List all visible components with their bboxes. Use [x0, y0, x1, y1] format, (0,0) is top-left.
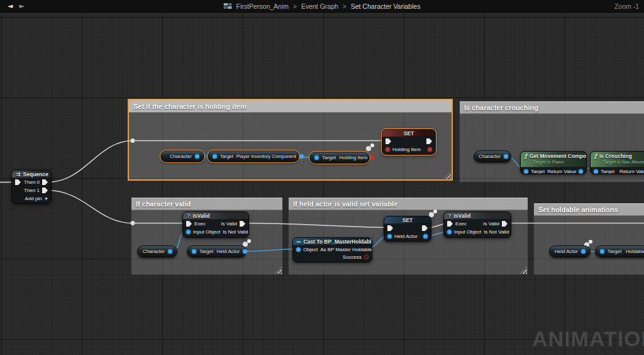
is-valid-out-pin[interactable]	[240, 221, 245, 227]
node-isvalid-2[interactable]: ? IsValid Exec Is Valid Input Object Is …	[443, 211, 511, 238]
pin-label: Target	[608, 249, 621, 254]
add-pin-button[interactable]: +	[45, 196, 48, 202]
character-out-pin[interactable]	[168, 249, 172, 254]
breadcrumb-asset[interactable]: FirstPerson_Anim	[236, 3, 289, 10]
input-object-pin[interactable]	[186, 230, 191, 234]
node-title: Cast To BP_MasterHoldable	[303, 239, 372, 245]
exec-in-pin[interactable]	[387, 225, 393, 231]
sequence-icon: ⇉	[16, 171, 21, 178]
node-get-character[interactable]: Character	[474, 150, 511, 162]
pin-label: Return Value	[547, 169, 576, 174]
node-get-holding-item[interactable]: Target Holding Item	[309, 152, 370, 164]
node-title: Get Movement Component	[530, 153, 587, 159]
pin-label: Is Not Valid	[484, 229, 509, 235]
comment-title-bar[interactable]: If held actor is valid set variable	[289, 198, 528, 210]
target-in-pin[interactable]	[594, 169, 598, 174]
pin-label: Exec	[455, 221, 467, 227]
var-label: Character	[170, 154, 192, 159]
holding-item-in-pin[interactable]	[386, 147, 390, 152]
node-get-held-actor[interactable]: Held Actor	[549, 245, 591, 257]
forward-arrow-icon[interactable]: ►	[19, 0, 24, 13]
comment-resize-handle[interactable]	[444, 172, 451, 179]
var-label: Player Inventory Component	[236, 154, 296, 159]
object-in-pin[interactable]	[296, 247, 301, 252]
pin-label: Then 1	[24, 188, 40, 193]
function-icon: ƒ	[594, 153, 597, 159]
node-title: SET	[404, 130, 414, 137]
node-title: Is Crouching	[599, 153, 632, 159]
node-get-character[interactable]: Character	[137, 245, 177, 257]
back-arrow-icon[interactable]: ◄	[8, 0, 13, 13]
then1-pin[interactable]	[42, 188, 48, 193]
node-set-holding-item[interactable]: SET Holding Item	[382, 129, 436, 155]
node-title: SET	[402, 217, 413, 223]
pin-label: Target	[322, 155, 336, 161]
blueprint-canvas[interactable]: ANIMATION Set if the character is holdin…	[0, 0, 644, 355]
breadcrumb-subgraph[interactable]: Set Character Variables	[351, 3, 421, 10]
return-value-pin[interactable]	[579, 169, 583, 174]
exec-in-pin[interactable]	[186, 221, 192, 227]
then0-pin[interactable]	[42, 179, 48, 185]
target-in-pin[interactable]	[524, 169, 528, 174]
var-label: Held Actor	[216, 249, 240, 254]
held-actor-out-pin[interactable]	[423, 234, 428, 239]
held-actor-in-pin[interactable]	[387, 234, 392, 239]
comment-title-text: Is character crouching	[464, 104, 538, 111]
holding-item-out-pin[interactable]	[428, 147, 432, 152]
node-sequence[interactable]: ⇉ Sequence Then 0 Then 1 Add pin+	[11, 170, 52, 204]
comment-title-text: If held actor is valid set variable	[293, 200, 397, 208]
question-icon: ?	[187, 213, 191, 219]
breadcrumb: FirstPerson_Anim > Event Graph > Set Cha…	[224, 0, 421, 13]
comment-title-text: Set holdable animations	[538, 206, 618, 213]
target-in-pin[interactable]	[314, 155, 319, 160]
target-in-pin[interactable]	[213, 154, 217, 159]
var-label: Character	[479, 154, 501, 159]
comment-title-bar[interactable]: If character valid	[131, 198, 282, 210]
pin-label: Target	[531, 169, 545, 174]
node-get-movement-component[interactable]: ƒ Get Movement Component Target is Pawn …	[520, 151, 587, 174]
is-valid-out-pin[interactable]	[502, 221, 508, 227]
exec-out-pin[interactable]	[426, 138, 432, 144]
node-get-character[interactable]: Character	[160, 150, 204, 162]
node-is-crouching[interactable]: ƒ Is Crouching Target is Nav Movement Co…	[590, 151, 644, 174]
comment-title-text: If character valid	[136, 200, 191, 208]
held-actor-out-pin[interactable]	[581, 249, 586, 254]
add-pin-label: Add pin	[25, 196, 42, 201]
exec-in-pin[interactable]	[15, 179, 21, 185]
pin-label: Is Valid	[221, 221, 237, 227]
zoom-level-label: Zoom -1	[614, 0, 639, 13]
cast-icon: ▶▶	[297, 240, 301, 244]
target-in-pin[interactable]	[192, 249, 196, 254]
comment-box-holdable-anims[interactable]: Set holdable animations	[533, 203, 644, 275]
node-subtitle: Target is Pawn	[533, 159, 582, 165]
pin-label: Target	[601, 169, 614, 174]
pin-label: Success	[343, 254, 362, 260]
chevron-separator-icon: >	[293, 3, 297, 10]
node-get-player-inventory-component[interactable]: Target Player Inventory Component	[208, 150, 299, 162]
node-isvalid-1[interactable]: ? IsValid Exec Is Valid Input Object Is …	[182, 211, 249, 238]
node-set-held-actor[interactable]: SET Held Actor	[384, 216, 431, 242]
exec-out-pin[interactable]	[422, 225, 428, 231]
character-out-pin[interactable]	[195, 154, 199, 159]
comment-title-bar[interactable]: Set holdable animations	[534, 203, 644, 216]
breadcrumb-event-graph[interactable]: Event Graph	[301, 3, 338, 10]
comment-resize-handle[interactable]	[275, 267, 282, 274]
node-cast-to-bp-masterholdable[interactable]: ▶▶ Cast To BP_MasterHoldable Object As B…	[292, 237, 372, 262]
pin-label: Held Actor	[394, 234, 418, 239]
comment-title-bar[interactable]: Set if the character is holding item	[129, 100, 452, 113]
input-object-pin[interactable]	[447, 230, 452, 234]
node-get-holdable-animations[interactable]: Target Holdable Animations	[595, 245, 644, 257]
success-out-pin[interactable]	[364, 255, 369, 259]
inventory-out-pin[interactable]	[299, 154, 304, 159]
exec-in-pin[interactable]	[447, 221, 453, 227]
pin-label: Input Object	[193, 229, 220, 235]
pin-label: Input Object	[454, 229, 481, 235]
node-get-held-actor[interactable]: Target Held Actor	[187, 245, 247, 257]
comment-title-bar[interactable]: Is character crouching	[460, 101, 644, 114]
character-out-pin[interactable]	[504, 154, 508, 159]
pin-label: As BP Master Holdable	[320, 247, 372, 252]
comment-resize-handle[interactable]	[520, 267, 527, 274]
target-in-pin[interactable]	[600, 249, 604, 254]
pin-label: Then 0	[24, 179, 40, 185]
exec-in-pin[interactable]	[386, 138, 391, 144]
